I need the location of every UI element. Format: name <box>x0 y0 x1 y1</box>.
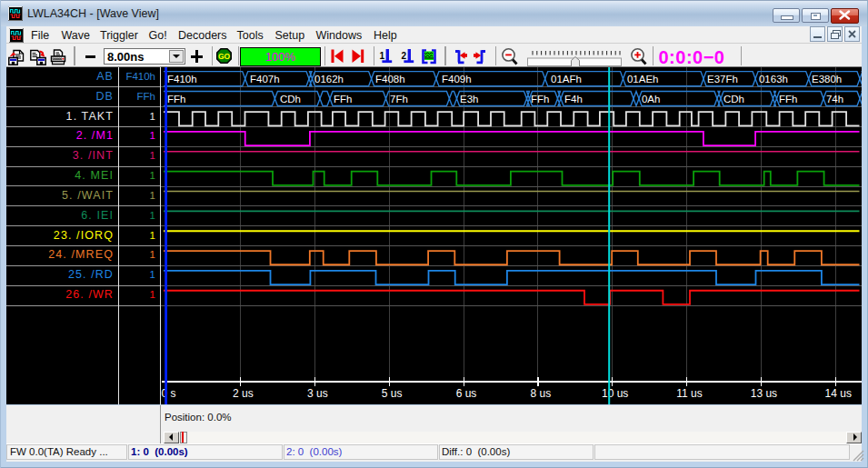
svg-text:11 us: 11 us <box>676 387 702 400</box>
svg-text:F409h: F409h <box>442 74 472 85</box>
svg-text:FFh: FFh <box>531 94 549 105</box>
svg-text:10 us: 10 us <box>602 387 628 400</box>
svg-text:F408h: F408h <box>375 74 405 85</box>
svg-text:0Ah: 0Ah <box>642 94 660 105</box>
svg-text:E380h: E380h <box>812 74 842 85</box>
svg-text:0162h: 0162h <box>314 74 344 85</box>
svg-text:CDh: CDh <box>723 94 744 105</box>
svg-text:FFh: FFh <box>334 94 352 105</box>
svg-text:3 us: 3 us <box>307 387 328 400</box>
svg-text:2: 2 <box>401 51 406 61</box>
svg-text:F410h: F410h <box>167 74 197 85</box>
svg-text:6 us: 6 us <box>456 387 477 400</box>
svg-text:E37Fh: E37Fh <box>707 74 738 85</box>
svg-text:FFh: FFh <box>779 94 797 105</box>
svg-text:74h: 74h <box>826 94 843 105</box>
svg-text:0 s: 0 s <box>162 387 176 400</box>
svg-text:14 us: 14 us <box>825 387 852 400</box>
svg-text:E3h: E3h <box>460 94 478 105</box>
svg-text:GO: GO <box>218 52 231 61</box>
svg-text:8 us: 8 us <box>531 387 552 400</box>
svg-text:0163h: 0163h <box>759 74 788 85</box>
svg-text:01AEh: 01AEh <box>627 74 658 85</box>
svg-text:01AFh: 01AFh <box>551 74 582 85</box>
svg-text:13 us: 13 us <box>751 387 777 400</box>
svg-text:CDh: CDh <box>280 94 301 105</box>
svg-text:FFh: FFh <box>167 94 185 105</box>
svg-text:F4h: F4h <box>564 94 583 105</box>
svg-text:F407h: F407h <box>250 74 280 85</box>
svg-text:7Fh: 7Fh <box>390 94 408 105</box>
svg-text:1: 1 <box>380 51 385 61</box>
svg-text:5 us: 5 us <box>382 387 403 400</box>
svg-text:2 us: 2 us <box>233 387 254 400</box>
